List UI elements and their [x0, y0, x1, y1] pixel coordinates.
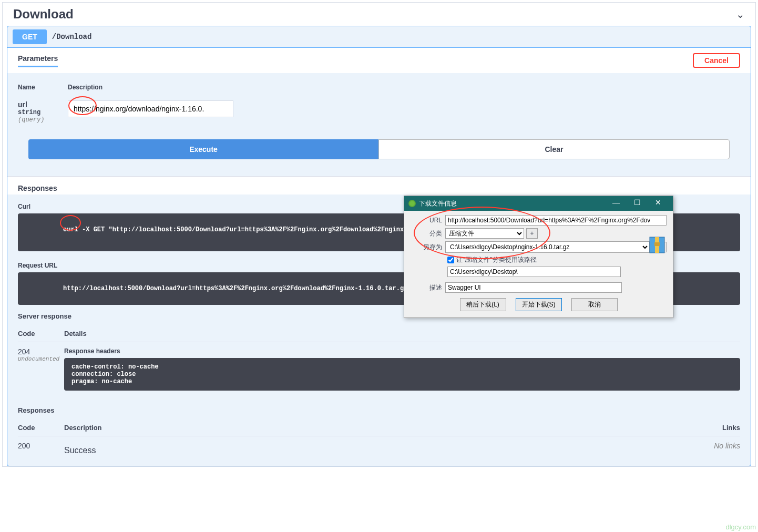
description-header: Description — [68, 84, 103, 91]
operation-path: /Download — [52, 33, 92, 41]
links-header: Links — [698, 424, 740, 432]
parameters-header: Parameters Cancel — [7, 48, 751, 73]
details-header: Details — [64, 330, 740, 337]
idm-use-path-checkbox[interactable] — [447, 257, 454, 263]
param-name: url — [18, 100, 68, 109]
description-header-2: Description — [64, 424, 698, 432]
idm-app-icon — [408, 200, 416, 207]
idm-download-dialog: 下载文件信息 — ☐ ✕ URL 分类 压缩文件 + 另存为 C:\Users\… — [404, 196, 673, 318]
response-headers-block: cache-control: no-cache connection: clos… — [64, 358, 740, 391]
param-location: (query) — [18, 116, 68, 124]
idm-saveas-label: 另存为 — [411, 243, 445, 252]
no-links: No links — [698, 442, 740, 455]
param-table-head: Name Description — [18, 84, 740, 91]
responses-label-2: Responses — [7, 401, 751, 420]
idm-url-label: URL — [411, 217, 445, 224]
responses-section: Responses — [7, 176, 751, 195]
code-header-2: Code — [18, 424, 64, 432]
responses-title: Responses — [18, 184, 740, 192]
operation-header[interactable]: GET /Download — [7, 26, 751, 47]
download-later-button[interactable]: 稍后下载(L) — [460, 298, 506, 311]
minimize-icon[interactable]: — — [606, 199, 627, 208]
method-badge: GET — [13, 29, 47, 44]
idm-title-text: 下载文件信息 — [419, 199, 606, 208]
success-description: Success — [64, 442, 698, 455]
archive-file-icon — [649, 235, 665, 254]
idm-url-input[interactable] — [445, 215, 667, 226]
add-category-button[interactable]: + — [526, 228, 538, 239]
maximize-icon[interactable]: ☐ — [627, 199, 648, 208]
clear-button[interactable]: Clear — [378, 139, 730, 159]
name-header: Name — [18, 84, 68, 91]
idm-titlebar[interactable]: 下载文件信息 — ☐ ✕ — [404, 196, 673, 211]
status-code: 204 — [18, 347, 64, 356]
undocumented-label: Undocumented — [18, 356, 64, 362]
header: Download ⌄ — [3, 3, 755, 26]
svg-rect-2 — [654, 242, 660, 246]
idm-saveas-input[interactable]: C:\Users\dlgcy\Desktop\nginx-1.16.0.tar.… — [445, 241, 650, 253]
execute-button[interactable]: Execute — [28, 139, 378, 159]
cancel-button[interactable]: Cancel — [693, 53, 740, 68]
close-icon[interactable]: ✕ — [648, 199, 669, 208]
parameters-tab[interactable]: Parameters — [18, 54, 58, 67]
idm-category-select[interactable]: 压缩文件 — [445, 228, 524, 239]
param-name-cell: url string (query) — [18, 100, 68, 124]
response-headers-label: Response headers — [64, 347, 740, 355]
idm-desc-label: 描述 — [411, 283, 445, 292]
response-row-204: 204 Undocumented Response headers cache-… — [18, 342, 740, 396]
idm-category-label: 分类 — [411, 229, 445, 238]
param-row: url string (query) — [18, 100, 740, 124]
status-code-200: 200 — [18, 442, 64, 455]
idm-checkbox-label: 让"压缩文件"分类使用该路径 — [456, 255, 537, 264]
url-input[interactable] — [68, 100, 233, 117]
response-row-200: 200 Success No links — [18, 436, 740, 461]
code-header: Code — [18, 330, 64, 337]
request-url: http://localhost:5000/Download?url=https… — [63, 285, 407, 292]
page-title: Download — [13, 7, 74, 22]
idm-cancel-button[interactable]: 取消 — [571, 298, 618, 311]
idm-description-input[interactable] — [445, 282, 622, 293]
start-download-button[interactable]: 开始下载(S) — [516, 298, 562, 311]
response-headers: cache-control: no-cache connection: clos… — [71, 363, 159, 385]
param-type: string — [18, 109, 68, 116]
chevron-down-icon[interactable]: ⌄ — [736, 8, 745, 21]
idm-path-input[interactable] — [447, 267, 621, 277]
